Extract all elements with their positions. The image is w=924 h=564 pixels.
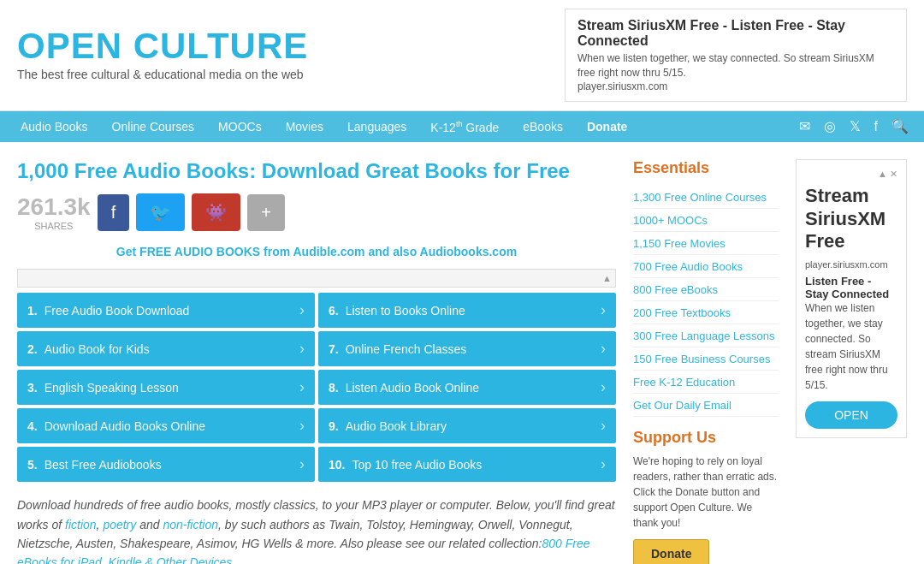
nav-moocs[interactable]: MOOCs (206, 111, 274, 142)
sidebar-item: 1000+ MOOCs (633, 209, 779, 232)
poetry-link[interactable]: poetry (103, 518, 136, 531)
sidebar-link[interactable]: Free K-12 Education (633, 376, 735, 389)
main-content: 1,000 Free Audio Books: Download Great B… (17, 159, 616, 564)
ad-subtitle: When we listen together, we stay connect… (578, 51, 894, 80)
grid-link-1[interactable]: 1.Free Audio Book Download › (17, 293, 315, 328)
audible-link[interactable]: Get FREE AUDIO BOOKS from Audible.com an… (116, 245, 517, 258)
sidebar-link[interactable]: 150 Free Business Courses (633, 353, 770, 365)
share-bar: 261.3k SHARES f 🐦 👾 + (17, 193, 616, 231)
sidebar-link[interactable]: 200 Free Textbooks (633, 306, 731, 319)
ad-close-button[interactable]: ▲ ✕ (805, 169, 897, 180)
reddit-share-button[interactable]: 👾 (192, 193, 240, 231)
nav-k12[interactable]: K-12th Grade (418, 111, 511, 143)
grid-link-2[interactable]: 2.Audio Book for Kids › (17, 331, 315, 366)
support-text: We're hoping to rely on loyal readers, r… (633, 454, 779, 531)
sidebar-item: 200 Free Textbooks (633, 301, 779, 324)
grid-link-4[interactable]: 4.Download Audio Books Online › (17, 408, 315, 443)
ad-title: Stream SiriusXM Free - Listen Free - Sta… (578, 18, 894, 49)
twitter-icon[interactable]: 𝕏 (843, 111, 868, 141)
ebooks-related-link[interactable]: 800 Free eBooks for iPad, Kindle & Other… (17, 537, 589, 564)
ad-row: ▲ (17, 269, 616, 288)
sidebar-link[interactable]: 1,150 Free Movies (633, 237, 726, 250)
page-title: 1,000 Free Audio Books: Download Great B… (17, 159, 616, 183)
main-nav: Audio Books Online Courses MOOCs Movies … (0, 111, 924, 143)
sidebar-item: 1,300 Free Online Courses (633, 186, 779, 209)
nav-ebooks[interactable]: eBooks (511, 111, 575, 142)
nav-donate[interactable]: Donate (575, 111, 639, 142)
sidebar-item: 800 Free eBooks (633, 278, 779, 301)
nonfiction-link[interactable]: non-fiction (163, 518, 218, 531)
ad-headline: Listen Free - Stay Connected (805, 275, 889, 300)
ad-url: player.siriusxm.com (578, 80, 894, 92)
sidebar-link[interactable]: 1,300 Free Online Courses (633, 191, 767, 204)
nav-audio-books[interactable]: Audio Books (9, 111, 100, 142)
support-title: Support Us (633, 429, 779, 447)
sidebar-item: 1,150 Free Movies (633, 232, 779, 255)
search-icon[interactable]: 🔍 (885, 111, 915, 141)
sidebar-link[interactable]: 1000+ MOOCs (633, 214, 708, 227)
site-tagline: The best free cultural & educational med… (17, 68, 565, 81)
essentials-list: 1,300 Free Online Courses 1000+ MOOCs 1,… (633, 186, 779, 417)
grid-link-10[interactable]: 10.Top 10 free Audio Books › (318, 447, 616, 482)
right-ad-panel: ▲ ✕ Stream SiriusXM Free player.siriusxm… (796, 159, 907, 564)
sidebar-item: Free K-12 Education (633, 371, 779, 394)
sidebar: Essentials 1,300 Free Online Courses 100… (633, 159, 779, 564)
grid-link-6[interactable]: 6.Listen to Books Online › (318, 293, 616, 328)
right-ad-box: ▲ ✕ Stream SiriusXM Free player.siriusxm… (796, 159, 907, 438)
sidebar-item: 150 Free Business Courses (633, 347, 779, 371)
facebook-share-button[interactable]: f (98, 194, 130, 231)
ad-logo: Stream SiriusXM Free (805, 185, 897, 252)
sidebar-item: 700 Free Audio Books (633, 255, 779, 278)
ad-open-button[interactable]: OPEN (805, 401, 897, 429)
logo-area: OPEN CULTURE The best free cultural & ed… (17, 28, 565, 81)
facebook-icon[interactable]: f (868, 112, 885, 141)
grid-link-7[interactable]: 7.Online French Classes › (318, 331, 616, 366)
rss-icon[interactable]: ◎ (817, 111, 843, 141)
sidebar-link[interactable]: 300 Free Language Lessons (633, 329, 775, 342)
audible-link-bar: Get FREE AUDIO BOOKS from Audible.com an… (17, 245, 616, 258)
essentials-title: Essentials (633, 159, 779, 177)
grid-links: 1.Free Audio Book Download › 6.Listen to… (17, 293, 616, 482)
sidebar-item: 300 Free Language Lessons (633, 324, 779, 347)
sidebar-link[interactable]: Get Our Daily Email (633, 399, 732, 412)
grid-link-5[interactable]: 5.Best Free Audiobooks › (17, 447, 315, 482)
sidebar-item: Get Our Daily Email (633, 394, 779, 417)
donate-button[interactable]: Donate (633, 539, 709, 564)
email-icon[interactable]: ✉ (792, 111, 817, 141)
ad-url-label: player.siriusxm.com (805, 259, 897, 270)
description: Download hundreds of free audio books, m… (17, 496, 616, 564)
shares-label: SHARES (17, 221, 91, 231)
more-share-button[interactable]: + (247, 194, 285, 231)
share-count: 261.3k SHARES (17, 193, 91, 231)
grid-link-8[interactable]: 8.Listen Audio Book Online › (318, 370, 616, 405)
grid-link-9[interactable]: 9.Audio Book Library › (318, 408, 616, 443)
site-logo[interactable]: OPEN CULTURE (17, 28, 565, 64)
grid-link-3[interactable]: 3.English Speaking Lesson › (17, 370, 315, 405)
sidebar-link[interactable]: 700 Free Audio Books (633, 260, 743, 273)
share-number: 261.3k (17, 193, 91, 221)
header-ad-banner[interactable]: Stream SiriusXM Free - Listen Free - Sta… (565, 9, 907, 102)
twitter-share-button[interactable]: 🐦 (136, 193, 185, 231)
sidebar-link[interactable]: 800 Free eBooks (633, 283, 718, 296)
ad-body: When we listen together, we stay connect… (805, 300, 897, 393)
nav-languages[interactable]: Languages (335, 111, 418, 142)
fiction-link[interactable]: fiction (65, 518, 97, 531)
nav-icons: ✉ ◎ 𝕏 f 🔍 (792, 111, 915, 141)
nav-online-courses[interactable]: Online Courses (100, 111, 207, 142)
nav-movies[interactable]: Movies (274, 111, 335, 142)
